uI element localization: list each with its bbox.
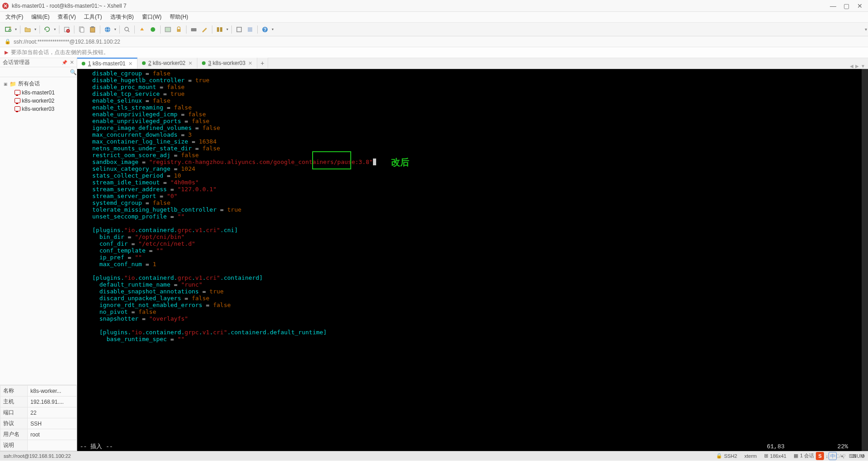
edit-icon[interactable]	[200, 25, 209, 34]
reconnect-dropdown[interactable]: ▼	[54, 25, 56, 34]
svg-rect-13	[165, 27, 171, 32]
menu-tabs[interactable]: 选项卡(B)	[110, 13, 134, 21]
tab-list-icon[interactable]: ▼	[861, 64, 865, 69]
tree-host[interactable]: k8s-master01	[0, 89, 77, 97]
open-dropdown[interactable]: ▼	[34, 25, 37, 34]
collapse-icon: ▣	[4, 82, 8, 86]
tab-session[interactable]: 2 k8s-worker02 ✕	[137, 58, 197, 69]
help-icon[interactable]: ?	[260, 25, 270, 34]
toolbar-overflow-icon[interactable]: ▾	[865, 27, 867, 32]
scrollbar-thumb[interactable]	[863, 88, 867, 129]
tab-next-icon[interactable]: ▶	[855, 64, 859, 69]
status-dot-icon	[142, 61, 146, 65]
lock-small-icon: 🔒	[716, 453, 722, 459]
session-tree: ▣ 📁 所有会话 k8s-master01 k8s-worker02 k8s-w…	[0, 77, 77, 385]
tab-nav: ◀ ▶ ▼	[847, 64, 868, 69]
prop-label: 说明	[0, 440, 28, 451]
find-icon[interactable]	[123, 25, 132, 34]
status-sessions: ▦1 会话	[794, 452, 814, 459]
keyboard-icon[interactable]	[189, 25, 198, 34]
tab-close-icon[interactable]: ✕	[248, 60, 252, 66]
tab-prev-icon[interactable]: ◀	[850, 64, 853, 69]
record-icon[interactable]	[148, 25, 157, 34]
menu-window[interactable]: 窗口(W)	[142, 13, 162, 21]
globe-dropdown[interactable]: ▼	[114, 25, 117, 34]
tree-host-label: k8s-master01	[22, 89, 55, 96]
menu-file[interactable]: 文件(F)	[5, 13, 23, 21]
tree-host-label: k8s-worker03	[22, 106, 54, 112]
svg-rect-6	[80, 28, 84, 32]
separator	[39, 25, 40, 34]
tab-close-icon[interactable]: ✕	[188, 60, 192, 66]
session-manager-panel: 会话管理器 📌 ✕ 🔍 ▣ 📁 所有会话 k8s-master01 k8s-wo…	[0, 58, 77, 451]
os-tray: S 中 •, ⌨ ⚙	[816, 451, 865, 461]
menu-help[interactable]: 帮助(H)	[170, 13, 188, 21]
vim-percent: 22%	[838, 443, 848, 450]
prop-label: 协议	[0, 418, 28, 429]
svg-rect-7	[90, 27, 95, 32]
help-dropdown[interactable]: ▼	[271, 25, 274, 34]
menu-tools[interactable]: 工具(T)	[84, 13, 102, 21]
terminal[interactable]: disable_cgroup = false disable_hugetlb_c…	[77, 69, 868, 451]
close-panel-icon[interactable]: ✕	[70, 59, 74, 65]
prop-label: 用户名	[0, 429, 28, 440]
sidebar-header: 会话管理器 📌 ✕	[0, 58, 77, 67]
tab-session[interactable]: 1 k8s-master01 ✕	[77, 58, 137, 69]
new-tab-button[interactable]: +	[257, 58, 268, 69]
ime-settings-icon[interactable]: ⚙	[861, 453, 865, 459]
open-session-icon[interactable]	[23, 25, 32, 34]
highlight-icon[interactable]	[137, 25, 147, 34]
properties-icon[interactable]	[163, 25, 172, 34]
sidebar-search: 🔍	[0, 67, 77, 77]
pin-icon[interactable]: 📌	[62, 60, 67, 65]
transparency-icon[interactable]	[245, 25, 255, 34]
disconnect-icon[interactable]	[62, 25, 71, 34]
titlebar: k8s-master01 - root@k8s-master01:~ - Xsh…	[0, 0, 868, 12]
layout-icon[interactable]	[215, 25, 224, 34]
copy-icon[interactable]	[77, 25, 86, 34]
ime-sogou-icon[interactable]: S	[816, 452, 824, 460]
new-session-dropdown[interactable]: ▼	[15, 25, 17, 34]
statusbar: ssh://root@192.168.91.100:22 🔒SSH2 xterm…	[0, 451, 868, 460]
vim-position: 61,83	[767, 443, 785, 450]
tree-host[interactable]: k8s-worker03	[0, 105, 77, 113]
close-button[interactable]: ✕	[857, 3, 863, 9]
address-text[interactable]: ssh://root:***************@192.168.91.10…	[14, 39, 120, 45]
tab-number: 1	[88, 60, 91, 67]
search-input[interactable]	[2, 69, 70, 75]
status-protocol: 🔒SSH2	[716, 453, 737, 459]
menu-view[interactable]: 查看(V)	[58, 13, 76, 21]
tree-host[interactable]: k8s-worker02	[0, 97, 77, 105]
maximize-button[interactable]: ▢	[843, 3, 849, 9]
svg-rect-16	[217, 27, 219, 32]
prop-value: root	[28, 429, 77, 440]
tree-root[interactable]: ▣ 📁 所有会话	[0, 79, 77, 89]
reconnect-icon[interactable]	[43, 25, 52, 34]
status-dot-icon	[82, 62, 85, 65]
terminal-content: disable_cgroup = false disable_hugetlb_c…	[78, 70, 861, 342]
lock-icon[interactable]	[174, 25, 183, 34]
fullscreen-icon[interactable]	[235, 25, 244, 34]
paste-icon[interactable]	[88, 25, 97, 34]
flag-icon: ▶	[5, 50, 8, 55]
layout-dropdown[interactable]: ▼	[226, 25, 229, 34]
separator	[119, 25, 120, 34]
lock-icon: 🔒	[5, 39, 11, 45]
new-session-icon[interactable]	[4, 25, 13, 34]
window-controls: — ▢ ✕	[830, 3, 866, 9]
globe-icon[interactable]	[103, 25, 112, 34]
menu-edit[interactable]: 编辑(E)	[31, 13, 49, 21]
ime-lang-icon[interactable]: 中	[829, 452, 837, 460]
tab-close-icon[interactable]: ✕	[128, 61, 132, 67]
svg-rect-19	[248, 27, 252, 32]
prop-label: 名称	[0, 386, 28, 397]
search-icon[interactable]: 🔍	[70, 69, 77, 75]
tab-session[interactable]: 3 k8s-worker03 ✕	[197, 58, 257, 69]
svg-point-11	[125, 27, 128, 31]
ime-punct-icon[interactable]: •,	[841, 453, 844, 459]
ime-keyboard-icon[interactable]: ⌨	[849, 453, 856, 459]
separator	[257, 25, 258, 34]
sessions-icon: ▦	[794, 453, 798, 459]
minimize-button[interactable]: —	[830, 3, 835, 9]
tab-number: 3	[208, 60, 211, 66]
